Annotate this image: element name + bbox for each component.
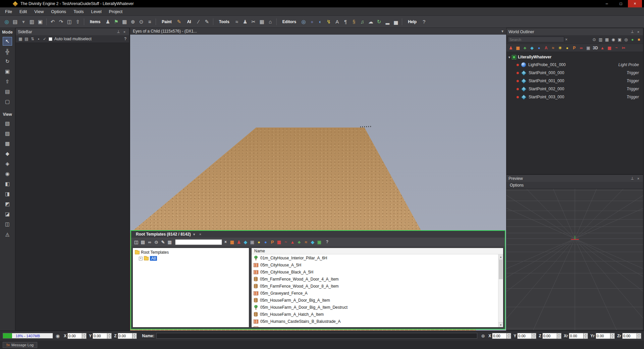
name-input[interactable] <box>156 333 477 339</box>
outliner-search-input[interactable] <box>508 37 564 42</box>
view-right-icon[interactable]: ◨ <box>3 190 12 198</box>
menu-view[interactable]: View <box>31 8 47 15</box>
list-scrollbar[interactable]: ▴ ▾ <box>498 254 503 327</box>
spin-down-icon[interactable]: ▾ <box>610 336 614 339</box>
spin-up-icon[interactable]: ▴ <box>132 333 137 336</box>
view-camera-icon[interactable]: ◉ <box>3 169 12 178</box>
rotate-tool[interactable]: ↻ <box>3 57 12 66</box>
scroll-down-icon[interactable]: ▾ <box>498 322 503 327</box>
view-split-icon[interactable]: ◫ <box>3 220 12 229</box>
sidebar-grid-icon[interactable]: ▦ <box>18 37 23 41</box>
filter-trigger-icon[interactable]: ◆ <box>529 45 535 51</box>
list-header[interactable]: Name <box>252 248 503 254</box>
camera-icon[interactable]: ◉ <box>56 333 60 339</box>
terrain-tool[interactable]: ▣ <box>3 67 12 76</box>
redo-icon[interactable]: ↷ <box>57 18 65 26</box>
sync-editor-icon[interactable]: ↻ <box>375 18 383 26</box>
tree-child-row[interactable]: + All <box>135 255 247 261</box>
spin-up-icon[interactable]: ▴ <box>584 333 588 336</box>
outliner-eye-icon[interactable]: ◉ <box>610 37 616 42</box>
filter-link-icon[interactable]: ∞ <box>578 45 585 51</box>
character-tool-icon[interactable]: ♟ <box>104 18 112 26</box>
crowd-tool-icon[interactable]: ♟ <box>241 18 249 26</box>
filter-decal-icon[interactable]: A <box>543 45 549 51</box>
menu-options[interactable]: Options <box>47 8 70 15</box>
close-panel-icon[interactable]: × <box>636 30 641 34</box>
collapse-panel-icon[interactable]: ▾ <box>192 232 197 237</box>
open-project-icon[interactable]: ▥ <box>28 18 36 26</box>
filter-region-icon[interactable]: ▦ <box>606 45 613 51</box>
rt-filter-spline-icon[interactable]: ~ <box>283 239 289 245</box>
root-templates-search-input[interactable] <box>175 239 222 245</box>
rt-filter-box-icon[interactable]: ▣ <box>316 239 322 245</box>
rt-filter-prefab-icon[interactable]: P <box>269 239 275 245</box>
filter-vegetation-icon[interactable]: ♣ <box>522 45 528 51</box>
close-button[interactable]: × <box>628 0 642 7</box>
home-tool-icon[interactable]: ⌂ <box>266 18 274 26</box>
outliner-item[interactable]: LightProbe_001_000Light Probe <box>506 61 643 69</box>
outliner-search-icon[interactable]: ⊙ <box>591 37 597 42</box>
lightning-editor-icon[interactable]: ↯ <box>325 18 333 26</box>
flag-tool-icon[interactable]: ⚑ <box>112 18 120 26</box>
raise-tool[interactable]: ⇧ <box>3 77 12 86</box>
sidebar-list-icon[interactable]: ▤ <box>24 37 29 41</box>
auto-load-checkbox[interactable] <box>49 37 52 41</box>
view-cube-icon[interactable]: ▧ <box>3 119 12 128</box>
spin-down-icon[interactable]: ▾ <box>637 336 641 339</box>
spin-down-icon[interactable]: ▾ <box>584 336 588 339</box>
text-editor-icon[interactable]: A <box>333 18 341 26</box>
crosshair-icon[interactable]: ⊕ <box>481 333 485 339</box>
spin-up-icon[interactable]: ▴ <box>82 333 86 336</box>
list-icon[interactable]: ≡ <box>146 18 154 26</box>
spin-down-icon[interactable]: ▾ <box>132 336 137 339</box>
template-row[interactable]: 01m_CityHouse_Interior_Pillar_A_6H <box>252 254 498 261</box>
export-icon[interactable]: ⇧ <box>74 18 82 26</box>
ai-slope-icon[interactable]: ∕ <box>195 18 203 26</box>
rt-link-icon[interactable]: ∞ <box>147 239 153 245</box>
select-tool[interactable]: ↖ <box>3 37 12 46</box>
filter-misc-icon[interactable]: ✂ <box>620 45 627 51</box>
paint-brush-icon[interactable]: ✎ <box>175 18 183 26</box>
dialog-editor-icon[interactable]: ¶ <box>341 18 350 26</box>
rt-save-icon[interactable]: ◫ <box>133 239 139 245</box>
rt-filter-grid-icon[interactable]: ▦ <box>276 239 282 245</box>
ai-paint-icon[interactable]: ✎ <box>203 18 211 26</box>
coord-input-x[interactable] <box>67 333 82 339</box>
view-bottom-icon[interactable]: ◪ <box>3 210 12 218</box>
menu-file[interactable]: File <box>1 8 16 15</box>
filter-terrain-icon[interactable]: ▲ <box>599 45 606 51</box>
spin-down-icon[interactable]: ▾ <box>82 336 86 339</box>
world-editor-icon[interactable]: ◎ <box>300 18 308 26</box>
pin-icon[interactable]: ⊥ <box>630 176 635 181</box>
view-shaded-icon[interactable]: ▨ <box>3 129 12 138</box>
filter-3d-icon[interactable]: 3D <box>592 45 599 51</box>
rt-edit-icon[interactable]: ✎ <box>160 239 166 245</box>
outliner-lock-icon[interactable]: ▣ <box>617 37 623 42</box>
outliner-item[interactable]: StartPoint_001_000Trigger <box>506 77 643 85</box>
clear-search-icon[interactable]: × <box>224 240 227 244</box>
move-tool[interactable]: ╬ <box>3 47 12 56</box>
chart-editor-icon[interactable]: ▅ <box>392 18 400 26</box>
wave-tool-icon[interactable]: ≈ <box>233 18 241 26</box>
filter-light-icon[interactable]: ● <box>536 45 542 51</box>
help-icon[interactable]: ? <box>420 18 428 26</box>
music-editor-icon[interactable]: ♫ <box>358 18 366 26</box>
coord-input-z[interactable] <box>542 333 557 339</box>
template-row[interactable]: 05m_Graveyard_Fence_A <box>252 290 498 297</box>
view-gizmo-icon[interactable]: ◈ <box>3 159 12 168</box>
sidebar-lock-icon[interactable]: ▪ <box>36 37 41 41</box>
save-icon[interactable]: ◫ <box>65 18 73 26</box>
filter-prefab-icon[interactable]: P <box>571 45 578 51</box>
spin-up-icon[interactable]: ▴ <box>637 333 641 336</box>
filter-bulb-icon[interactable]: ● <box>564 45 571 51</box>
spin-down-icon[interactable]: ▾ <box>532 336 536 339</box>
magnify-icon[interactable]: ⊙ <box>137 18 145 26</box>
sidebar-help-icon[interactable]: ? <box>124 37 126 41</box>
menu-level[interactable]: Level <box>87 8 105 15</box>
spin-up-icon[interactable]: ▴ <box>532 333 536 336</box>
pin-icon[interactable]: ⊥ <box>630 30 635 34</box>
rt-filter-trigger-icon[interactable]: ◆ <box>243 239 249 245</box>
new-document-caret-icon[interactable]: ▾ <box>19 18 28 26</box>
root-templates-help-icon[interactable]: ? <box>326 240 328 244</box>
undo-icon[interactable]: ↶ <box>49 18 57 26</box>
